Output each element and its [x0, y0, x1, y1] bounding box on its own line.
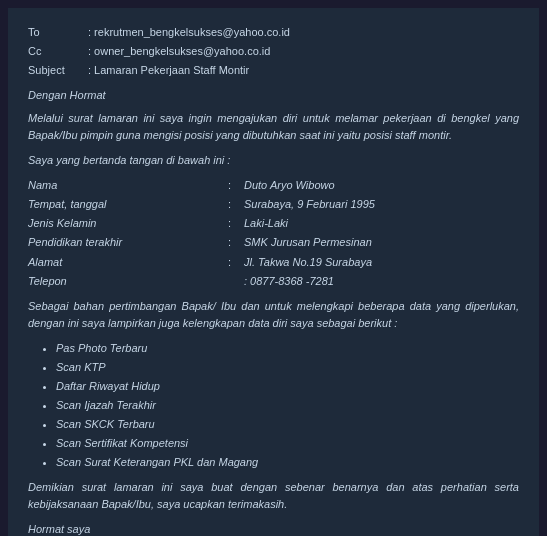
- info-row-nama: Nama : Duto Aryo Wibowo: [28, 177, 519, 194]
- info-row-pendidikan: Pendidikan terakhir : SMK Jurusan Permes…: [28, 234, 519, 251]
- subject-label: Subject: [28, 62, 88, 79]
- body-paragraph: Sebagai bahan pertimbangan Bapak/ Ibu da…: [28, 298, 519, 332]
- info-value-nama: Duto Aryo Wibowo: [244, 177, 335, 194]
- list-item: Daftar Riwayat Hidup: [56, 378, 519, 395]
- list-item: Scan KTP: [56, 359, 519, 376]
- hormat-saya: Hormat saya: [28, 521, 519, 536]
- info-label-nama: Nama: [28, 177, 228, 194]
- info-value-telepon: : 0877-8368 -7281: [244, 273, 334, 290]
- subject-row: Subject : Lamaran Pekerjaan Staff Montir: [28, 62, 519, 79]
- subject-value: : Lamaran Pekerjaan Staff Montir: [88, 62, 249, 79]
- attachment-list: Pas Photo Terbaru Scan KTP Daftar Riwaya…: [56, 340, 519, 471]
- greeting: Dengan Hormat: [28, 87, 519, 104]
- closing-paragraph: Demikian surat lamaran ini saya buat den…: [28, 479, 519, 513]
- info-value-alamat: Jl. Takwa No.19 Surabaya: [244, 254, 372, 271]
- info-label-alamat: Alamat: [28, 254, 228, 271]
- list-item: Scan Surat Keterangan PKL dan Magang: [56, 454, 519, 471]
- info-row-telepon: Telepon : 0877-8368 -7281: [28, 273, 519, 290]
- to-row: To : rekrutmen_bengkelsukses@yahoo.co.id: [28, 24, 519, 41]
- document-container: To : rekrutmen_bengkelsukses@yahoo.co.id…: [8, 8, 539, 536]
- info-table: Nama : Duto Aryo Wibowo Tempat, tanggal …: [28, 177, 519, 289]
- to-label: To: [28, 24, 88, 41]
- cc-value: : owner_bengkelsukses@yahoo.co.id: [88, 43, 270, 60]
- cc-label: Cc: [28, 43, 88, 60]
- info-label-pendidikan: Pendidikan terakhir: [28, 234, 228, 251]
- info-value-jenis: Laki-Laki: [244, 215, 288, 232]
- cc-row: Cc : owner_bengkelsukses@yahoo.co.id: [28, 43, 519, 60]
- info-value-tempat: Surabaya, 9 Februari 1995: [244, 196, 375, 213]
- saya-paragraph: Saya yang bertanda tangan di bawah ini :: [28, 152, 519, 169]
- info-row-tempat: Tempat, tanggal : Surabaya, 9 Februari 1…: [28, 196, 519, 213]
- info-row-alamat: Alamat : Jl. Takwa No.19 Surabaya: [28, 254, 519, 271]
- info-row-jenis: Jenis Kelamin : Laki-Laki: [28, 215, 519, 232]
- list-item: Scan SKCK Terbaru: [56, 416, 519, 433]
- info-label-tempat: Tempat, tanggal: [28, 196, 228, 213]
- list-item: Pas Photo Terbaru: [56, 340, 519, 357]
- to-value: : rekrutmen_bengkelsukses@yahoo.co.id: [88, 24, 290, 41]
- info-value-pendidikan: SMK Jurusan Permesinan: [244, 234, 372, 251]
- intro-paragraph: Melalui surat lamaran ini saya ingin men…: [28, 110, 519, 144]
- list-item: Scan Sertifikat Kompetensi: [56, 435, 519, 452]
- info-label-telepon: Telepon: [28, 273, 228, 290]
- list-item: Scan Ijazah Terakhir: [56, 397, 519, 414]
- info-label-jenis: Jenis Kelamin: [28, 215, 228, 232]
